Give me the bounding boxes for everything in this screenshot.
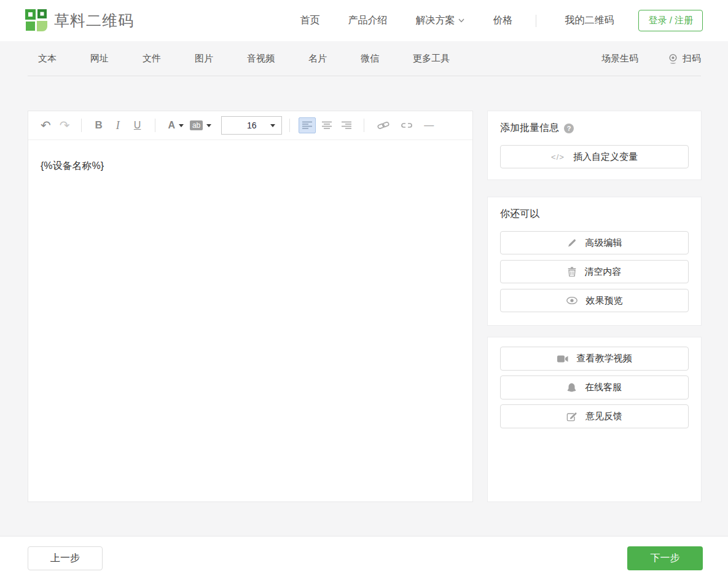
- help-icon[interactable]: ?: [564, 124, 574, 133]
- scene-code-link[interactable]: 场景生码: [601, 53, 638, 65]
- align-center-button[interactable]: [318, 117, 335, 133]
- insert-variable-label: 插入自定义变量: [573, 151, 638, 163]
- align-left-button[interactable]: [299, 117, 316, 133]
- toolbar-separator: [289, 119, 290, 132]
- tab-media[interactable]: 音视频: [247, 53, 275, 65]
- font-size-caret-icon: [270, 124, 275, 127]
- site-logo[interactable]: 草料二维码: [25, 9, 134, 32]
- highlight-caret-icon[interactable]: [206, 124, 211, 127]
- login-register-button[interactable]: 登录 / 注册: [638, 10, 703, 31]
- editor-toolbar: ↶ ↷ B I U A ab 16: [28, 111, 472, 140]
- type-tabbar: 文本 网址 文件 图片 音视频 名片 微信 更多工具 场景生码: [0, 41, 728, 77]
- horizontal-rule-button[interactable]: —: [424, 120, 434, 131]
- link-icon: [377, 121, 389, 130]
- nav-home[interactable]: 首页: [300, 14, 319, 27]
- batch-info-panel: 添加批量信息 ? </> 插入自定义变量: [487, 111, 702, 180]
- tab-url[interactable]: 网址: [90, 53, 109, 65]
- preview-button[interactable]: 效果预览: [500, 289, 689, 312]
- font-color-button[interactable]: A: [168, 120, 175, 131]
- online-service-label: 在线客服: [585, 382, 622, 393]
- chevron-down-icon: [458, 18, 464, 23]
- code-icon: </>: [551, 152, 565, 162]
- font-size-select[interactable]: 16: [221, 116, 282, 135]
- unlink-icon: [401, 121, 413, 130]
- feedback-edit-icon: [566, 412, 577, 422]
- bold-button[interactable]: B: [95, 119, 103, 132]
- font-color-caret-icon[interactable]: [179, 124, 184, 127]
- top-nav: 首页 产品介绍 解决方案 价格 我的二维码 登录 / 注册: [272, 0, 703, 41]
- batch-panel-title: 添加批量信息: [500, 122, 559, 135]
- tutorial-video-label: 查看教学视频: [577, 353, 632, 364]
- nav-solutions[interactable]: 解决方案: [415, 14, 464, 27]
- tutorial-video-button[interactable]: 查看教学视频: [500, 347, 689, 371]
- prev-step-button[interactable]: 上一步: [28, 546, 103, 570]
- toolbar-separator: [81, 119, 82, 132]
- align-center-icon: [322, 121, 332, 130]
- tab-more-tools[interactable]: 更多工具: [413, 53, 450, 65]
- feedback-button[interactable]: 意见反馈: [500, 404, 689, 428]
- advanced-edit-label: 高级编辑: [585, 237, 622, 249]
- align-right-icon: [342, 121, 351, 130]
- tab-text[interactable]: 文本: [38, 53, 57, 65]
- page: 草料二维码 首页 产品介绍 解决方案 价格 我的二维码 登录 / 注册 文本 网…: [0, 0, 728, 574]
- nav-products[interactable]: 产品介绍: [348, 14, 387, 27]
- nav-my-qrcodes[interactable]: 我的二维码: [565, 14, 614, 27]
- more-actions-panel: 你还可以 高级编辑 清空内容: [487, 197, 702, 326]
- align-left-icon: [302, 121, 312, 130]
- toolbar-separator: [155, 119, 155, 132]
- online-service-button[interactable]: 在线客服: [500, 375, 689, 399]
- redo-icon[interactable]: ↷: [60, 118, 70, 133]
- font-size-value: 16: [247, 120, 257, 130]
- video-camera-icon: [557, 355, 568, 363]
- tabbar-right: 场景生码 扫码: [601, 41, 701, 76]
- tabbar-inner: 文本 网址 文件 图片 音视频 名片 微信 更多工具 场景生码: [28, 41, 701, 76]
- italic-button[interactable]: I: [116, 119, 120, 132]
- highlight-button[interactable]: ab: [190, 120, 203, 130]
- link-button[interactable]: [377, 121, 389, 130]
- scan-label: 扫码: [683, 53, 701, 65]
- tab-file[interactable]: 文件: [143, 53, 161, 65]
- scan-link[interactable]: 扫码: [668, 53, 701, 65]
- logo-text: 草料二维码: [54, 10, 134, 31]
- header: 草料二维码 首页 产品介绍 解决方案 价格 我的二维码 登录 / 注册: [0, 0, 728, 41]
- qrcode-logo-icon: [25, 9, 48, 32]
- help-panel: 查看教学视频 在线客服 意见反馈: [487, 337, 702, 502]
- align-right-button[interactable]: [338, 117, 355, 133]
- nav-solutions-label: 解决方案: [415, 14, 455, 27]
- highlight-ab-icon: ab: [190, 120, 203, 130]
- advanced-edit-button[interactable]: 高级编辑: [500, 231, 689, 254]
- unlink-button[interactable]: [401, 121, 413, 130]
- nav-pricing[interactable]: 价格: [493, 14, 512, 27]
- feedback-label: 意见反馈: [585, 411, 622, 422]
- editor-content[interactable]: {%设备名称%}: [28, 140, 472, 386]
- tab-card[interactable]: 名片: [308, 53, 327, 65]
- more-panel-title: 你还可以: [500, 208, 539, 221]
- preview-label: 效果预览: [586, 295, 623, 307]
- pencil-icon: [567, 238, 577, 248]
- tab-image[interactable]: 图片: [195, 53, 213, 65]
- trash-icon: [568, 267, 576, 277]
- nav-divider: [536, 15, 536, 27]
- clear-content-label: 清空内容: [585, 266, 622, 278]
- toolbar-separator: [364, 119, 364, 132]
- tab-wechat[interactable]: 微信: [361, 53, 379, 65]
- clear-content-button[interactable]: 清空内容: [500, 260, 689, 283]
- eye-icon: [566, 297, 577, 304]
- undo-icon[interactable]: ↶: [41, 118, 51, 133]
- footer-bar: 上一步 下一步: [0, 536, 728, 574]
- webcam-scan-icon: [668, 53, 678, 64]
- editor-card: ↶ ↷ B I U A ab 16: [28, 111, 473, 502]
- customer-service-icon: [567, 383, 576, 393]
- insert-variable-button[interactable]: </> 插入自定义变量: [500, 145, 689, 168]
- underline-button[interactable]: U: [134, 120, 141, 131]
- next-step-button[interactable]: 下一步: [627, 546, 703, 570]
